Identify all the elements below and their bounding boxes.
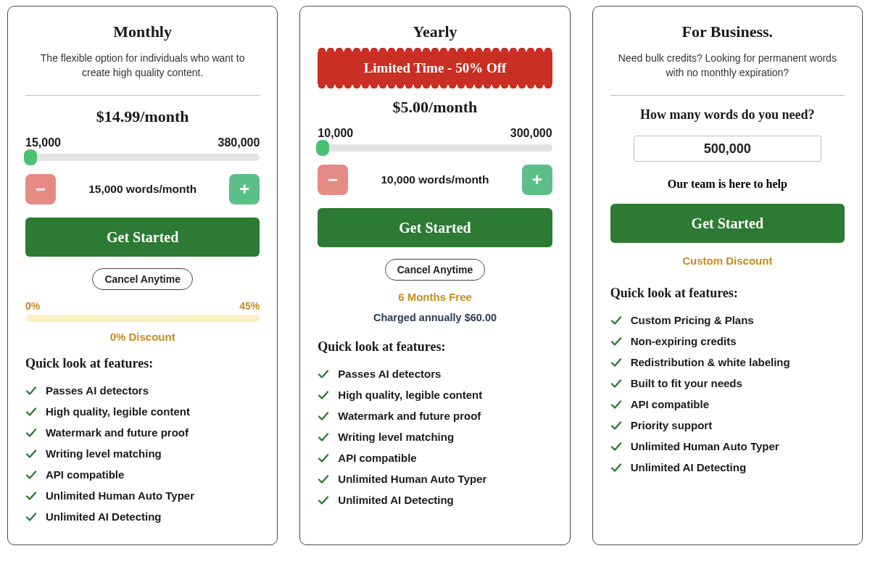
feature-label: Built to fit your needs — [631, 377, 742, 389]
range-max: 300,000 — [510, 127, 552, 140]
feature-label: Unlimited AI Detecting — [338, 494, 453, 506]
feature-item: High quality, legible content — [25, 401, 260, 422]
feature-item: Non-expiring credits — [610, 331, 845, 352]
words-range-labels: 15,000 380,000 — [25, 136, 260, 149]
features-heading: Quick look at features: — [610, 286, 845, 301]
check-icon — [318, 452, 329, 464]
stepper-value: 15,000 words/month — [63, 183, 222, 196]
features-heading: Quick look at features: — [318, 339, 552, 355]
feature-label: Redistribution & white labeling — [631, 356, 790, 368]
check-icon — [610, 336, 622, 347]
minus-icon: − — [36, 179, 46, 199]
feature-label: High quality, legible content — [46, 405, 190, 418]
slider-thumb[interactable] — [24, 149, 37, 165]
words-input[interactable] — [634, 136, 821, 162]
feature-item: Watermark and future proof — [318, 405, 552, 426]
bonus-text: 6 Months Free — [318, 291, 552, 303]
charged-annually-text: Charged annually $60.00 — [318, 312, 552, 323]
plan-card-yearly: Yearly Limited Time - 50% Off $5.00/mont… — [299, 6, 570, 545]
feature-label: API compatible — [338, 452, 416, 464]
plus-icon: + — [532, 170, 542, 190]
feature-label: Unlimited AI Detecting — [631, 461, 746, 473]
words-slider[interactable] — [318, 144, 552, 152]
feature-item: Unlimited Human Auto Typer — [610, 436, 845, 457]
plan-price: $5.00/month — [318, 98, 552, 117]
pricing-cards: Monthly The flexible option for individu… — [0, 0, 870, 551]
get-started-button[interactable]: Get Started — [318, 208, 552, 247]
features-list-yearly: Passes AI detectorsHigh quality, legible… — [318, 363, 552, 510]
feature-item: Priority support — [610, 415, 845, 436]
feature-label: Passes AI detectors — [338, 368, 441, 380]
help-text: Our team is here to help — [610, 178, 845, 191]
feature-label: Passes AI detectors — [46, 384, 149, 397]
check-icon — [318, 431, 329, 443]
check-icon — [25, 385, 37, 397]
features-heading: Quick look at features: — [25, 356, 260, 371]
plan-subtitle: Need bulk credits? Looking for permanent… — [610, 51, 845, 82]
range-max: 380,000 — [218, 136, 260, 149]
plan-title: Monthly — [25, 22, 260, 41]
feature-item: API compatible — [25, 464, 260, 485]
feature-label: Writing level matching — [338, 431, 454, 443]
feature-label: Non-expiring credits — [631, 335, 737, 347]
get-started-button[interactable]: Get Started — [25, 218, 260, 257]
feature-item: Passes AI detectors — [318, 363, 552, 384]
plan-title: For Business. — [610, 22, 845, 41]
divider — [25, 95, 260, 96]
stepper-value: 10,000 words/month — [355, 173, 514, 186]
custom-discount-text: Custom Discount — [610, 254, 845, 267]
feature-label: High quality, legible content — [338, 389, 482, 401]
plan-subtitle: The flexible option for individuals who … — [25, 51, 260, 82]
check-icon — [610, 441, 622, 452]
discount-text: 0% Discount — [25, 331, 260, 343]
increment-button[interactable]: + — [229, 174, 260, 204]
slider-thumb[interactable] — [316, 140, 329, 156]
plan-card-business: For Business. Need bulk credits? Looking… — [592, 6, 863, 545]
feature-item: Writing level matching — [318, 426, 552, 447]
plan-title: Yearly — [318, 22, 552, 41]
feature-label: Unlimited Human Auto Typer — [631, 440, 779, 452]
check-icon — [318, 389, 329, 401]
promo-banner: Limited Time - 50% Off — [318, 51, 552, 85]
feature-label: Custom Pricing & Plans — [631, 314, 754, 326]
get-started-button[interactable]: Get Started — [610, 204, 845, 243]
feature-label: Writing level matching — [46, 447, 162, 460]
cancel-anytime-pill[interactable]: Cancel Anytime — [385, 259, 486, 281]
words-stepper: − 10,000 words/month + — [318, 165, 552, 195]
plus-icon: + — [239, 179, 249, 199]
check-icon — [318, 473, 329, 485]
feature-label: API compatible — [631, 398, 709, 410]
check-icon — [610, 315, 622, 326]
feature-label: Watermark and future proof — [46, 426, 188, 439]
feature-item: High quality, legible content — [318, 384, 552, 405]
check-icon — [318, 368, 329, 380]
discount-progress — [25, 315, 260, 322]
feature-item: Writing level matching — [25, 443, 260, 464]
feature-label: Unlimited Human Auto Typer — [46, 489, 194, 502]
range-min: 10,000 — [318, 127, 353, 140]
increment-button[interactable]: + — [522, 165, 552, 195]
range-min: 15,000 — [25, 136, 61, 149]
feature-item: Unlimited Human Auto Typer — [318, 468, 552, 489]
feature-label: Unlimited AI Detecting — [46, 510, 161, 523]
words-stepper: − 15,000 words/month + — [25, 174, 260, 204]
features-list-business: Custom Pricing & PlansNon-expiring credi… — [610, 310, 845, 478]
plan-price: $14.99/month — [25, 107, 260, 126]
words-question: How many words do you need? — [610, 107, 845, 123]
minus-icon: − — [328, 170, 338, 190]
check-icon — [25, 427, 37, 439]
check-icon — [610, 462, 622, 473]
check-icon — [610, 378, 622, 389]
cancel-anytime-pill[interactable]: Cancel Anytime — [92, 268, 193, 290]
check-icon — [318, 494, 329, 506]
feature-item: API compatible — [610, 394, 845, 415]
feature-item: Unlimited Human Auto Typer — [25, 485, 260, 506]
decrement-button[interactable]: − — [318, 165, 348, 195]
feature-label: Watermark and future proof — [338, 410, 481, 422]
check-icon — [25, 511, 37, 523]
check-icon — [610, 357, 622, 368]
feature-label: API compatible — [46, 468, 124, 481]
decrement-button[interactable]: − — [25, 174, 56, 204]
words-slider[interactable] — [25, 154, 260, 161]
features-list-monthly: Passes AI detectorsHigh quality, legible… — [25, 380, 260, 527]
